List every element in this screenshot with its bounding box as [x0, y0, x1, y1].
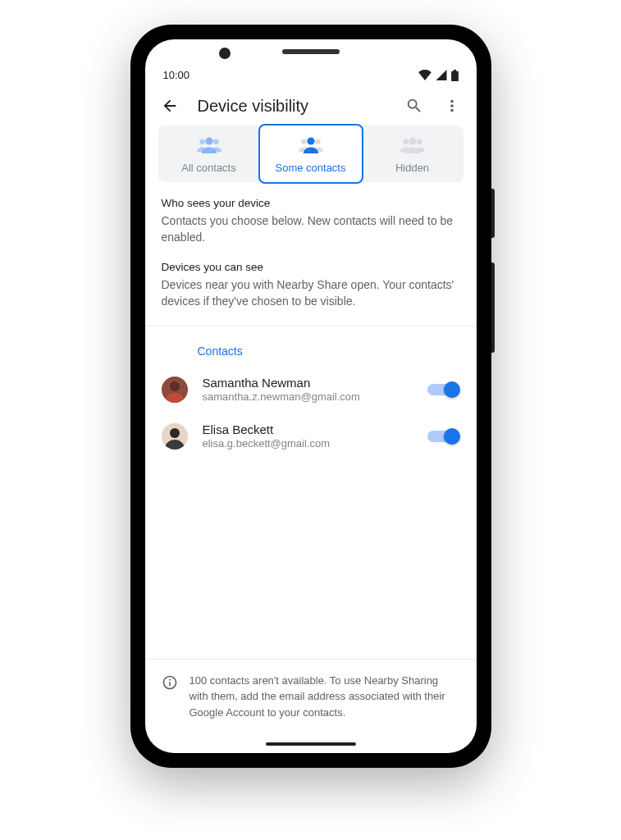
- nav-bar: [145, 735, 477, 753]
- tab-label: All contacts: [181, 162, 235, 174]
- page-title: Device visibility: [198, 97, 386, 116]
- back-button[interactable]: [160, 96, 180, 116]
- tab-some-contacts[interactable]: Some contacts: [258, 124, 363, 184]
- contact-toggle[interactable]: [427, 381, 460, 398]
- phone-physical-button: [491, 262, 495, 353]
- phone-notch: [145, 39, 477, 64]
- svg-point-2: [205, 137, 212, 144]
- tab-hidden[interactable]: Hidden: [362, 126, 463, 182]
- battery-icon: [451, 70, 459, 81]
- contact-info: Elisa Beckett elisa.g.beckett@gmail.com: [203, 422, 413, 450]
- svg-point-4: [315, 139, 321, 145]
- visibility-tabs: All contacts Some contacts: [158, 126, 463, 182]
- svg-point-12: [170, 428, 180, 438]
- arrow-back-icon: [161, 97, 179, 115]
- avatar: [162, 377, 188, 403]
- footer-note: 100 contacts aren't available. To use Ne…: [145, 659, 477, 736]
- people-icon: [396, 135, 429, 155]
- contact-row: Samantha Newman samantha.z.newman@gmail.…: [145, 366, 477, 413]
- phone-speaker: [282, 49, 340, 54]
- cellular-icon: [436, 70, 447, 80]
- section-text: Devices near you with Nearby Share open.…: [162, 276, 460, 310]
- switch-thumb: [444, 381, 460, 398]
- status-bar: 10:00: [145, 64, 477, 86]
- contact-name: Samantha Newman: [203, 376, 413, 390]
- section-title: Devices you can see: [162, 261, 460, 273]
- people-icon: [295, 135, 327, 155]
- contact-email: elisa.g.beckett@gmail.com: [203, 437, 413, 450]
- svg-point-6: [403, 139, 409, 145]
- contact-info: Samantha Newman samantha.z.newman@gmail.…: [203, 376, 413, 403]
- more-button[interactable]: [442, 96, 462, 116]
- who-sees-section: Who sees your device Contacts you choose…: [145, 182, 477, 246]
- svg-point-7: [417, 139, 422, 145]
- app-bar: Device visibility: [145, 86, 477, 126]
- svg-point-5: [307, 137, 314, 144]
- svg-point-3: [301, 139, 307, 145]
- switch-thumb: [444, 428, 460, 445]
- contact-row: Elisa Beckett elisa.g.beckett@gmail.com: [145, 413, 477, 459]
- phone-frame: 10:00 Device visibility: [130, 25, 491, 768]
- phone-physical-button: [491, 189, 495, 238]
- search-icon: [405, 97, 423, 115]
- svg-point-1: [213, 139, 219, 145]
- footer-text: 100 contacts aren't available. To use Ne…: [189, 673, 460, 721]
- status-icons: [418, 70, 459, 81]
- nav-handle[interactable]: [266, 742, 356, 746]
- search-button[interactable]: [404, 96, 424, 116]
- tab-label: Hidden: [395, 162, 429, 174]
- section-title: Who sees your device: [162, 197, 460, 209]
- you-see-section: Devices you can see Devices near you wit…: [145, 246, 477, 310]
- svg-point-10: [170, 381, 180, 391]
- contact-toggle[interactable]: [427, 428, 460, 445]
- phone-camera: [219, 48, 231, 59]
- avatar: [162, 423, 188, 450]
- contact-email: samantha.z.newman@gmail.com: [203, 390, 413, 403]
- section-text: Contacts you choose below. New contacts …: [162, 212, 460, 246]
- tab-all-contacts[interactable]: All contacts: [158, 126, 260, 182]
- tab-label: Some contacts: [276, 162, 346, 174]
- people-icon: [193, 135, 226, 155]
- more-vert-icon: [443, 97, 461, 115]
- contacts-header: Contacts: [145, 326, 477, 366]
- info-icon: [162, 674, 178, 691]
- svg-point-0: [199, 139, 205, 145]
- svg-point-8: [409, 137, 416, 144]
- contact-name: Elisa Beckett: [203, 422, 413, 436]
- wifi-icon: [418, 70, 432, 80]
- phone-screen: 10:00 Device visibility: [145, 39, 477, 753]
- status-time: 10:00: [163, 69, 190, 81]
